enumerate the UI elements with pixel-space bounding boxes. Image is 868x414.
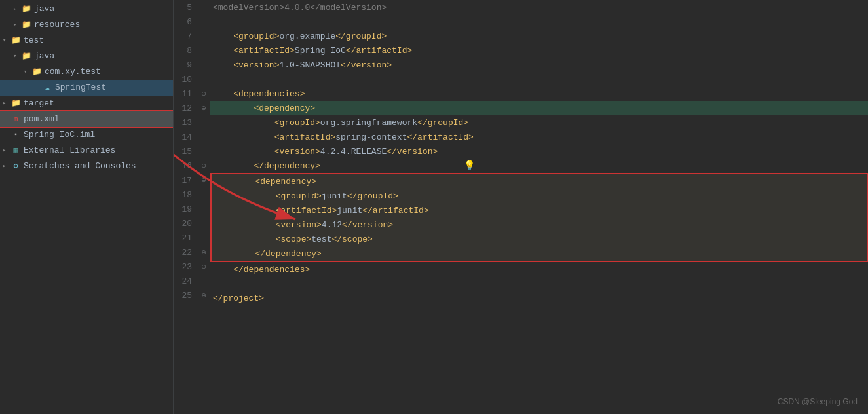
code-line-14: <artifactId>spring-context</artifactId>	[210, 130, 868, 144]
code-line-13: <groupId>org.springframework</groupId>	[210, 115, 868, 130]
code-line-20: <version>4.12</version>	[212, 217, 867, 232]
folder-icon: 📁	[10, 98, 21, 109]
code-text: <scope>test</scope>	[212, 235, 867, 244]
sidebar-item-label: Scratches and Consoles	[24, 160, 136, 173]
dependency-block: <dependency> <groupId>junit</groupId> <a…	[210, 173, 868, 262]
code-text: </dependencies>	[210, 265, 868, 274]
lib-icon: ▦	[10, 145, 21, 156]
code-content[interactable]: <modelVersion>4.0.0</modelVersion> <grou…	[210, 0, 868, 414]
code-line-5: <modelVersion>4.0.0</modelVersion>	[210, 0, 868, 14]
code-line-7: <groupId>org.example</groupId>	[210, 29, 868, 43]
maven-icon: m	[10, 114, 21, 124]
fold-icon[interactable]: ⊖	[197, 89, 210, 99]
arrow-icon	[13, 3, 21, 16]
watermark: CSDN @Sleeping God	[778, 397, 858, 406]
code-text: <artifactId>junit</artifactId>	[212, 206, 867, 216]
file-tree: 📁 java 📁 resources 📁 test 📁 java 📁 com.x…	[0, 0, 174, 414]
code-line-19: <artifactId>junit</artifactId>	[212, 203, 867, 217]
spring-icon: ☁	[42, 83, 52, 93]
sidebar-item-pom-xml[interactable]: m pom.xml	[0, 111, 173, 127]
code-editor: 5 6 7 8 9 10 11 12 13 14 15 16 17 18 19 …	[174, 0, 868, 414]
fold-icon[interactable]: ⊖	[197, 248, 210, 257]
arrow-icon	[3, 34, 10, 47]
code-text: <version>4.12</version>	[212, 220, 867, 230]
sidebar-item-label: Spring_IoC.iml	[24, 128, 95, 141]
sidebar-item-java-test[interactable]: 📁 java	[0, 48, 173, 64]
arrow-icon	[3, 144, 10, 157]
folder-icon: 📁	[21, 4, 31, 14]
arrow-icon	[13, 18, 21, 31]
sidebar-item-label: java	[34, 3, 54, 16]
fold-icon[interactable]: ⊖	[197, 176, 210, 185]
code-line-24	[210, 276, 868, 291]
folder-icon: 📁	[10, 35, 21, 46]
arrow-icon	[24, 66, 31, 79]
code-text: <dependencies>	[210, 89, 868, 99]
fold-icon[interactable]: ⊖	[197, 161, 210, 171]
sidebar-item-label: test	[24, 34, 44, 47]
code-text: <groupId>org.example</groupId>	[210, 31, 868, 41]
sidebar-item-label: java	[34, 50, 54, 63]
code-text: </dependency>	[210, 161, 868, 171]
code-line-23: </dependencies>	[210, 262, 868, 276]
code-line-17: <dependency>	[212, 174, 867, 189]
folder-icon: 📁	[21, 20, 31, 30]
code-text: <artifactId>spring-context</artifactId>	[210, 132, 868, 142]
code-text: </dependency>	[212, 249, 867, 259]
scratch-icon: ⚙	[10, 161, 21, 172]
sidebar-item-label: pom.xml	[24, 113, 60, 126]
code-line-6	[210, 14, 868, 29]
lightbulb-icon[interactable]: 💡	[464, 160, 475, 171]
arrow-icon	[3, 160, 10, 173]
code-text: </project>	[210, 293, 868, 303]
sidebar-item-label: External Libraries	[24, 144, 115, 157]
code-text: <dependency>	[212, 177, 867, 187]
arrow-icon	[3, 97, 10, 110]
gutter: ⊖ ⊖ ⊖ ⊖ ⊖ ⊖ ⊖	[197, 0, 210, 414]
code-text: <groupId>org.springframework</groupId>	[210, 118, 868, 128]
code-line-10	[210, 72, 868, 86]
fold-icon[interactable]: ⊖	[197, 262, 210, 272]
folder-icon: 📁	[21, 51, 31, 62]
code-text: <dependency>	[210, 104, 868, 113]
code-line-8: <artifactId>Spring_IoC</artifactId>	[210, 43, 868, 58]
code-line-22: </dependency>	[212, 246, 867, 261]
code-line-11: <dependencies>	[210, 86, 868, 101]
sidebar-item-java[interactable]: 📁 java	[0, 1, 173, 17]
code-line-15: <version>4.2.4.RELEASE</version>	[210, 144, 868, 159]
sidebar-item-external-libs[interactable]: ▦ External Libraries	[0, 143, 173, 159]
code-line-9: <version>1.0-SNAPSHOT</version>	[210, 58, 868, 72]
code-text: <version>1.0-SNAPSHOT</version>	[210, 60, 868, 70]
sidebar-item-resources[interactable]: 📁 resources	[0, 17, 173, 33]
code-text: <groupId>junit</groupId>	[212, 191, 867, 201]
sidebar-item-spring-iml[interactable]: ▪ Spring_IoC.iml	[0, 127, 173, 143]
sidebar-item-springtest[interactable]: ☁ SpringTest	[0, 80, 173, 96]
code-text: <artifactId>Spring_IoC</artifactId>	[210, 46, 868, 56]
iml-icon: ▪	[10, 130, 21, 140]
sidebar-item-target[interactable]: 📁 target	[0, 96, 173, 111]
code-line-16: </dependency> 💡	[210, 159, 868, 173]
folder-icon: 📁	[31, 67, 42, 77]
code-line-18: <groupId>junit</groupId>	[212, 189, 867, 203]
code-line-21: <scope>test</scope>	[212, 232, 867, 246]
sidebar-item-label: SpringTest	[55, 81, 106, 94]
code-line-25: </project>	[210, 291, 868, 305]
sidebar-item-label: com.xy.test	[45, 66, 101, 79]
watermark-text: CSDN @Sleeping God	[778, 397, 858, 406]
code-text: <version>4.2.4.RELEASE</version>	[210, 147, 868, 157]
sidebar-item-test[interactable]: 📁 test	[0, 33, 173, 48]
code-line-12: <dependency>	[210, 101, 868, 115]
fold-icon[interactable]: ⊖	[197, 104, 210, 113]
arrow-icon	[13, 50, 21, 63]
sidebar-item-label: target	[24, 97, 54, 110]
sidebar-item-label: resources	[34, 18, 80, 31]
sidebar-item-com-xy-test[interactable]: 📁 com.xy.test	[0, 64, 173, 80]
line-numbers: 5 6 7 8 9 10 11 12 13 14 15 16 17 18 19 …	[174, 0, 197, 414]
sidebar-item-scratches[interactable]: ⚙ Scratches and Consoles	[0, 159, 173, 174]
fold-icon[interactable]: ⊖	[197, 291, 210, 301]
code-text: <modelVersion>4.0.0</modelVersion>	[210, 3, 868, 12]
